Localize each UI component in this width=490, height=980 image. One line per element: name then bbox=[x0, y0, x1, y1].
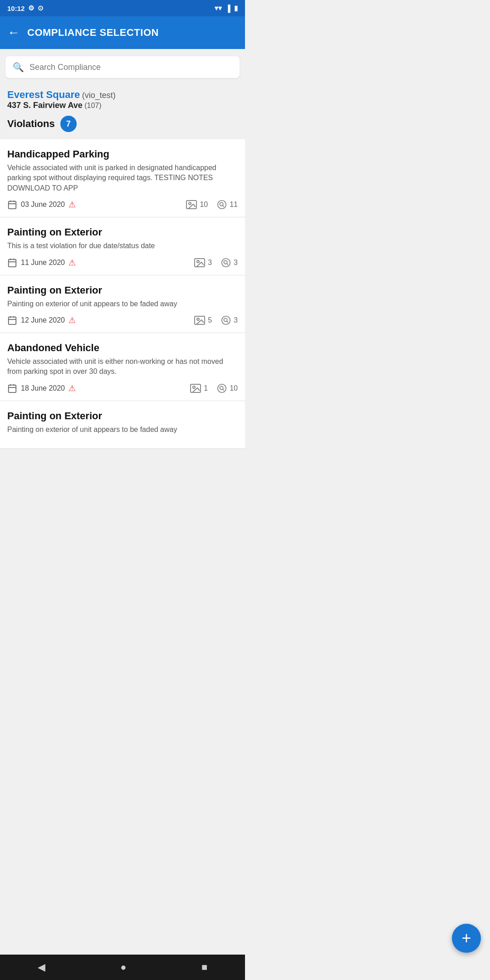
violation-search-count: 11 bbox=[217, 200, 238, 210]
svg-rect-22 bbox=[195, 316, 205, 324]
violation-search-count: 3 bbox=[221, 315, 238, 325]
violation-images: 1 bbox=[190, 384, 208, 393]
list-item[interactable]: Abandoned Vehicle Vehicle associated wit… bbox=[0, 333, 245, 401]
image-icon bbox=[186, 200, 197, 209]
property-name: Everest Square bbox=[7, 89, 80, 100]
violation-title: Painting on Exterior bbox=[7, 226, 238, 238]
page-title: COMPLIANCE SELECTION bbox=[27, 27, 159, 39]
image-icon bbox=[194, 258, 205, 267]
calendar-icon bbox=[7, 383, 17, 393]
svg-point-15 bbox=[222, 258, 230, 266]
at-icon: ⊙ bbox=[38, 4, 44, 12]
property-name-row: Everest Square (vio_test) bbox=[7, 89, 238, 101]
svg-rect-18 bbox=[9, 317, 16, 325]
svg-rect-9 bbox=[9, 259, 16, 267]
svg-point-33 bbox=[218, 384, 226, 392]
svg-rect-13 bbox=[195, 259, 205, 267]
svg-rect-0 bbox=[9, 201, 16, 209]
search-icon: 🔍 bbox=[13, 62, 24, 73]
calendar-icon bbox=[7, 258, 17, 268]
signal-icon: ▐ bbox=[225, 5, 230, 12]
calendar-icon bbox=[7, 315, 17, 325]
warning-icon: ⚠ bbox=[69, 200, 76, 210]
battery-icon: ▮ bbox=[234, 4, 238, 12]
property-address: 437 S. Fairview Ave bbox=[7, 101, 83, 110]
search-circle-icon bbox=[221, 258, 231, 268]
search-circle-icon bbox=[217, 200, 227, 210]
svg-line-26 bbox=[227, 321, 228, 323]
violation-date: 18 June 2020 ⚠ bbox=[7, 383, 181, 393]
warning-icon: ⚠ bbox=[69, 258, 76, 268]
violation-search-count: 10 bbox=[217, 383, 238, 393]
violation-meta: 12 June 2020 ⚠ 5 bbox=[7, 315, 238, 325]
search-bar: 🔍 bbox=[5, 56, 240, 78]
violation-description: Painting on exterior of unit appears to … bbox=[7, 299, 238, 309]
violation-meta: 11 June 2020 ⚠ 3 bbox=[7, 258, 238, 268]
property-address-row: 437 S. Fairview Ave (107) bbox=[7, 101, 238, 110]
violation-title: Painting on Exterior bbox=[7, 284, 238, 296]
svg-point-14 bbox=[197, 260, 199, 263]
warning-icon: ⚠ bbox=[69, 383, 76, 393]
violation-date: 11 June 2020 ⚠ bbox=[7, 258, 185, 268]
svg-point-5 bbox=[189, 202, 191, 205]
svg-point-6 bbox=[218, 201, 226, 209]
svg-point-23 bbox=[197, 318, 199, 320]
violation-images: 3 bbox=[194, 258, 212, 267]
property-section: Everest Square (vio_test) 437 S. Fairvie… bbox=[0, 85, 245, 139]
violation-search-count: 3 bbox=[221, 258, 238, 268]
back-button[interactable]: ← bbox=[7, 25, 20, 40]
violation-meta: 03 June 2020 ⚠ 10 bbox=[7, 200, 238, 210]
property-unit: (107) bbox=[84, 102, 101, 109]
violation-title: Painting on Exterior bbox=[7, 410, 238, 422]
status-bar-right: ▾▾ ▐ ▮ bbox=[215, 4, 238, 12]
violation-images: 5 bbox=[194, 316, 212, 325]
svg-point-7 bbox=[220, 203, 223, 206]
svg-point-16 bbox=[224, 260, 227, 264]
violation-title: Handicapped Parking bbox=[7, 148, 238, 160]
violation-meta: 18 June 2020 ⚠ 1 bbox=[7, 383, 238, 393]
gear-icon: ⚙ bbox=[28, 4, 34, 12]
property-code: (vio_test) bbox=[82, 91, 116, 100]
wifi-icon: ▾▾ bbox=[215, 4, 222, 12]
image-icon bbox=[194, 316, 205, 325]
violations-count-badge: 7 bbox=[60, 116, 77, 132]
list-item[interactable]: Handicapped Parking Vehicle associated w… bbox=[0, 139, 245, 217]
search-input[interactable] bbox=[29, 63, 232, 72]
violation-description: Painting on exterior of unit appears to … bbox=[7, 425, 238, 435]
svg-rect-31 bbox=[191, 384, 201, 392]
svg-point-34 bbox=[220, 386, 223, 389]
svg-point-24 bbox=[222, 316, 230, 324]
svg-line-17 bbox=[227, 264, 228, 265]
time-display: 10:12 bbox=[7, 5, 24, 12]
status-bar: 10:12 ⚙ ⊙ ▾▾ ▐ ▮ bbox=[0, 0, 245, 16]
violation-description: This is a test violation for due date/st… bbox=[7, 241, 238, 251]
violation-description: Vehicle associated with unit is parked i… bbox=[7, 163, 238, 193]
warning-icon: ⚠ bbox=[69, 315, 76, 325]
violation-date: 03 June 2020 ⚠ bbox=[7, 200, 177, 210]
svg-line-35 bbox=[223, 389, 224, 391]
list-item[interactable]: Painting on Exterior This is a test viol… bbox=[0, 217, 245, 275]
violations-label: Violations bbox=[7, 118, 55, 130]
violation-date: 12 June 2020 ⚠ bbox=[7, 315, 185, 325]
image-icon bbox=[190, 384, 201, 393]
search-circle-icon bbox=[217, 383, 227, 393]
calendar-icon bbox=[7, 200, 17, 210]
svg-point-32 bbox=[193, 386, 195, 388]
violation-title: Abandoned Vehicle bbox=[7, 342, 238, 354]
svg-point-25 bbox=[224, 318, 227, 321]
status-bar-left: 10:12 ⚙ ⊙ bbox=[7, 4, 44, 12]
app-bar: ← COMPLIANCE SELECTION bbox=[0, 16, 245, 49]
violations-row: Violations 7 bbox=[7, 116, 238, 132]
svg-rect-4 bbox=[186, 201, 196, 209]
list-item[interactable]: Painting on Exterior Painting on exterio… bbox=[0, 275, 245, 333]
violation-images: 10 bbox=[186, 200, 208, 209]
svg-rect-27 bbox=[9, 385, 16, 392]
list-item[interactable]: Painting on Exterior Painting on exterio… bbox=[0, 401, 245, 449]
search-circle-icon bbox=[221, 315, 231, 325]
violation-list: Handicapped Parking Vehicle associated w… bbox=[0, 139, 245, 449]
svg-line-8 bbox=[223, 206, 224, 207]
violation-description: Vehicle associated with unit is either n… bbox=[7, 357, 238, 377]
search-container: 🔍 bbox=[0, 49, 245, 85]
